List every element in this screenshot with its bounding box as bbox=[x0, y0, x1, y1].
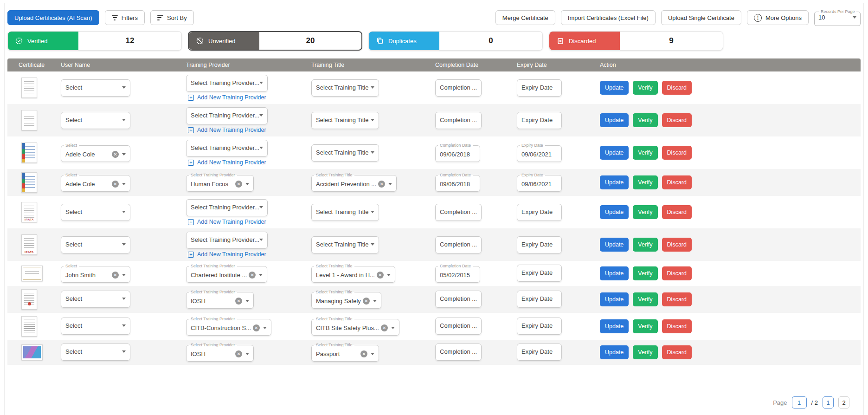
training-provider-select[interactable]: Select Training Provider... ✕ bbox=[186, 75, 268, 92]
discard-button[interactable]: Discard bbox=[662, 292, 692, 306]
completion-date-input[interactable]: Completion ... bbox=[435, 79, 482, 97]
certificate-thumbnail[interactable] bbox=[21, 78, 37, 98]
training-provider-select[interactable]: Select Training Provider... ✕ bbox=[186, 232, 268, 249]
discard-button[interactable]: Discard bbox=[662, 81, 692, 95]
update-button[interactable]: Update bbox=[600, 81, 629, 95]
expiry-date-input[interactable]: Expiry Date bbox=[517, 236, 562, 253]
verify-button[interactable]: Verify bbox=[633, 345, 657, 359]
add-new-training-provider-link[interactable]: + Add New Training Provider bbox=[188, 127, 311, 133]
certificate-thumbnail[interactable] bbox=[21, 110, 37, 130]
expiry-date-input[interactable]: Expiry Date bbox=[517, 291, 562, 308]
clear-selection-icon[interactable]: ✕ bbox=[235, 350, 242, 357]
user-name-select[interactable]: Select ✕ bbox=[61, 204, 130, 221]
completion-date-input[interactable]: Completion ... bbox=[435, 318, 482, 335]
clear-selection-icon[interactable]: ✕ bbox=[378, 181, 385, 188]
page-number-input[interactable]: 1 bbox=[792, 396, 807, 409]
update-button[interactable]: Update bbox=[600, 266, 629, 280]
user-name-select[interactable]: Select ✕ bbox=[61, 79, 130, 97]
discard-button[interactable]: Discard bbox=[662, 345, 692, 359]
certificate-thumbnail[interactable] bbox=[21, 289, 37, 310]
training-title-select[interactable]: Select Training Title ✕ bbox=[311, 144, 379, 162]
clear-selection-icon[interactable]: ✕ bbox=[363, 298, 370, 305]
clear-selection-icon[interactable]: ✕ bbox=[235, 298, 242, 305]
verify-button[interactable]: Verify bbox=[633, 238, 657, 252]
training-provider-select[interactable]: Select Training Provider IOSH ✕ bbox=[186, 290, 254, 309]
expiry-date-input[interactable]: Expiry Date 09/06/2021 bbox=[517, 143, 562, 162]
user-name-select[interactable]: Select Adele Cole ✕ bbox=[61, 143, 130, 162]
verify-button[interactable]: Verify bbox=[633, 266, 657, 280]
user-name-select[interactable]: Select ✕ bbox=[61, 291, 130, 308]
more-options-button[interactable]: ⋮ More Options bbox=[747, 10, 809, 25]
expiry-date-input[interactable]: Expiry Date bbox=[517, 204, 562, 221]
certificate-thumbnail[interactable] bbox=[21, 172, 37, 193]
completion-date-input[interactable]: Completion ... bbox=[435, 236, 482, 253]
status-card-verified[interactable]: Verified 12 bbox=[7, 31, 182, 51]
discard-button[interactable]: Discard bbox=[662, 319, 692, 333]
completion-date-input[interactable]: Completion ... bbox=[435, 344, 482, 361]
update-button[interactable]: Update bbox=[600, 345, 629, 359]
completion-date-input[interactable]: Completion ... bbox=[435, 112, 482, 129]
training-title-select[interactable]: Select Training Title ✕ bbox=[311, 112, 379, 129]
expiry-date-input[interactable]: Expiry Date bbox=[517, 265, 562, 282]
user-name-select[interactable]: Select John Smith ✕ bbox=[61, 264, 130, 283]
training-provider-select[interactable]: Select Training Provider... ✕ bbox=[186, 199, 268, 216]
certificate-thumbnail[interactable] bbox=[21, 202, 37, 222]
sort-by-button[interactable]: Sort By bbox=[150, 10, 194, 25]
update-button[interactable]: Update bbox=[600, 113, 629, 127]
completion-date-input[interactable]: Completion Date 09/06/2018 bbox=[435, 143, 480, 162]
verify-button[interactable]: Verify bbox=[633, 205, 657, 219]
expiry-date-input[interactable]: Expiry Date bbox=[517, 344, 562, 361]
training-title-select[interactable]: Select Training Title CITB Site Safety P… bbox=[311, 317, 399, 336]
verify-button[interactable]: Verify bbox=[633, 146, 657, 160]
certificate-thumbnail[interactable] bbox=[21, 316, 37, 337]
training-provider-select[interactable]: Select Training Provider Chartered Insti… bbox=[186, 264, 267, 283]
verify-button[interactable]: Verify bbox=[633, 292, 657, 306]
completion-date-input[interactable]: Completion ... bbox=[435, 291, 482, 308]
discard-button[interactable]: Discard bbox=[662, 238, 692, 252]
status-card-duplicates[interactable]: Duplicates 0 bbox=[368, 31, 543, 51]
training-provider-select[interactable]: Select Training Provider IOSH ✕ bbox=[186, 343, 254, 362]
discard-button[interactable]: Discard bbox=[662, 146, 692, 160]
training-title-select[interactable]: Select Training Title Managing Safely ✕ bbox=[311, 290, 381, 309]
user-name-select[interactable]: Select ✕ bbox=[61, 318, 130, 335]
training-title-select[interactable]: Select Training Title ✕ bbox=[311, 204, 379, 221]
completion-date-input[interactable]: Completion Date 05/02/2015 bbox=[435, 264, 480, 283]
filters-button[interactable]: Filters bbox=[105, 10, 145, 25]
user-name-select[interactable]: Select ✕ bbox=[61, 344, 130, 361]
completion-date-input[interactable]: Completion ... bbox=[435, 204, 482, 221]
verify-button[interactable]: Verify bbox=[633, 113, 657, 127]
page-2-button[interactable]: 2 bbox=[838, 396, 849, 409]
certificate-thumbnail[interactable] bbox=[21, 344, 43, 360]
training-provider-select[interactable]: Select Training Provider... ✕ bbox=[186, 107, 268, 124]
expiry-date-input[interactable]: Expiry Date 09/06/2021 bbox=[517, 173, 562, 192]
clear-selection-icon[interactable]: ✕ bbox=[112, 272, 119, 279]
add-new-training-provider-link[interactable]: + Add New Training Provider bbox=[188, 251, 311, 258]
update-button[interactable]: Update bbox=[600, 238, 629, 252]
add-new-training-provider-link[interactable]: + Add New Training Provider bbox=[188, 219, 311, 225]
certificate-thumbnail[interactable] bbox=[21, 143, 37, 163]
training-title-select[interactable]: Select Training Title ✕ bbox=[311, 236, 379, 253]
update-button[interactable]: Update bbox=[600, 175, 629, 189]
expiry-date-input[interactable]: Expiry Date bbox=[517, 79, 562, 97]
discard-button[interactable]: Discard bbox=[662, 175, 692, 189]
user-name-select[interactable]: Select Adele Cole ✕ bbox=[61, 173, 130, 192]
add-new-training-provider-link[interactable]: + Add New Training Provider bbox=[188, 159, 311, 166]
merge-certificate-button[interactable]: Merge Certificate bbox=[495, 10, 555, 25]
discard-button[interactable]: Discard bbox=[662, 205, 692, 219]
records-per-page-select[interactable]: Records Per Page 10 bbox=[814, 9, 861, 26]
upload-certificates-ai-scan-button[interactable]: Upload Certificates (AI Scan) bbox=[7, 10, 99, 25]
clear-selection-icon[interactable]: ✕ bbox=[235, 181, 242, 188]
verify-button[interactable]: Verify bbox=[633, 175, 657, 189]
discard-button[interactable]: Discard bbox=[662, 113, 692, 127]
training-title-select[interactable]: Select Training Title Passport ✕ bbox=[311, 343, 379, 362]
training-provider-select[interactable]: Select Training Provider Human Focus ✕ bbox=[186, 173, 254, 192]
training-title-select[interactable]: Select Training Title Accident Preventio… bbox=[311, 173, 397, 192]
certificate-thumbnail[interactable] bbox=[21, 234, 37, 255]
update-button[interactable]: Update bbox=[600, 319, 629, 333]
update-button[interactable]: Update bbox=[600, 292, 629, 306]
clear-selection-icon[interactable]: ✕ bbox=[377, 272, 384, 279]
page-1-button[interactable]: 1 bbox=[823, 396, 834, 409]
expiry-date-input[interactable]: Expiry Date bbox=[517, 318, 562, 335]
training-provider-select[interactable]: Select Training Provider... ✕ bbox=[186, 140, 268, 157]
clear-selection-icon[interactable]: ✕ bbox=[381, 324, 388, 331]
